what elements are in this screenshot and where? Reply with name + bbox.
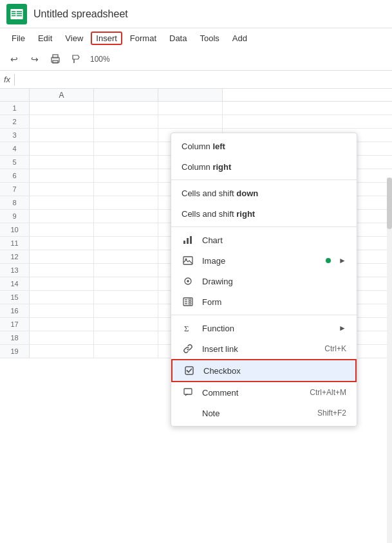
formula-bar: fx (0, 71, 392, 89)
divider-3 (171, 315, 357, 315)
paint-format-button[interactable] (67, 50, 85, 68)
app-icon (6, 4, 27, 24)
divider-1 (171, 179, 357, 180)
menu-item-note[interactable]: Note Shift+F2 (171, 403, 357, 423)
print-button[interactable] (46, 50, 64, 68)
note-shortcut: Shift+F2 (317, 409, 346, 418)
note-icon (182, 407, 194, 419)
menu-add[interactable]: Add (227, 32, 252, 45)
menu-item-drawing-label: Drawing (202, 277, 346, 286)
menu-data[interactable]: Data (164, 32, 192, 45)
function-icon: Σ (182, 322, 194, 335)
menu-item-chart[interactable]: Chart (171, 230, 357, 250)
checkbox-icon (183, 364, 196, 377)
menu-item-comment-label: Comment (202, 388, 302, 398)
toolbar: ↩ ↪ 100% (0, 48, 392, 71)
menu-item-note-label: Note (202, 409, 310, 418)
menu-edit[interactable]: Edit (33, 32, 57, 45)
svg-rect-5 (17, 11, 22, 12)
redo-button[interactable]: ↪ (26, 50, 44, 68)
undo-button[interactable]: ↩ (5, 50, 23, 68)
menu-item-form-label: Form (202, 297, 346, 307)
menu-item-insert-link[interactable]: Insert link Ctrl+K (171, 338, 357, 359)
svg-rect-2 (12, 11, 15, 12)
menu-item-insert-link-label: Insert link (202, 344, 317, 354)
menu-item-checkbox[interactable]: Checkbox (171, 359, 357, 382)
paint-format-icon (71, 54, 81, 64)
svg-rect-12 (183, 241, 185, 244)
svg-rect-10 (53, 60, 58, 63)
svg-rect-15 (183, 257, 192, 264)
spreadsheet: A 1 2 3 4 5 6 7 8 9 10 11 12 13 14 15 16… (0, 89, 392, 358)
menu-item-comment[interactable]: Comment Ctrl+Alt+M (171, 382, 357, 403)
row-num-header (0, 89, 30, 101)
print-icon (50, 54, 61, 64)
formula-label: fx (4, 75, 10, 84)
vertical-scrollbar[interactable] (387, 178, 392, 543)
insert-dropdown-menu: Column left Column right Cells and shift… (171, 133, 357, 427)
menu-item-function-label: Function (202, 324, 331, 333)
menu-file[interactable]: File (6, 32, 30, 45)
menu-item-function[interactable]: Σ Function ► (171, 318, 357, 338)
form-icon (182, 295, 194, 308)
link-icon (182, 342, 194, 355)
formula-divider (14, 74, 15, 86)
function-submenu-arrow: ► (339, 324, 346, 333)
column-headers: A (0, 89, 392, 102)
drawing-icon (182, 275, 194, 288)
image-new-dot (326, 258, 331, 263)
table-row: 1 (0, 102, 392, 115)
top-bar: Untitled spreadsheet (0, 0, 392, 28)
menu-item-checkbox-label: Checkbox (203, 366, 345, 376)
menu-item-column-right[interactable]: Column right (171, 156, 357, 177)
menu-view[interactable]: View (60, 32, 88, 45)
svg-rect-22 (189, 301, 191, 302)
svg-rect-14 (190, 236, 192, 244)
svg-rect-27 (184, 389, 192, 394)
menu-item-column-right-label: Column right (182, 162, 346, 172)
menu-bar: File Edit View Insert Format Data Tools … (0, 28, 392, 48)
menu-item-cells-shift-down[interactable]: Cells and shift down (171, 183, 357, 203)
menu-item-image-label: Image (202, 256, 318, 266)
menu-item-cells-shift-right[interactable]: Cells and shift right (171, 203, 357, 224)
svg-rect-4 (12, 15, 15, 16)
divider-2 (171, 226, 357, 227)
menu-item-cells-shift-down-label: Cells and shift down (182, 189, 346, 198)
svg-rect-7 (17, 15, 22, 16)
image-submenu-arrow: ► (339, 256, 346, 265)
menu-item-form[interactable]: Form (171, 291, 357, 312)
zoom-level[interactable]: 100% (88, 55, 113, 64)
svg-rect-6 (17, 13, 22, 14)
menu-item-image[interactable]: Image ► (171, 250, 357, 271)
col-header-b (94, 89, 158, 101)
scrollbar-thumb[interactable] (387, 178, 392, 229)
col-header-c (158, 89, 223, 101)
svg-rect-13 (187, 238, 189, 244)
chart-icon (182, 234, 194, 246)
menu-item-cells-shift-right-label: Cells and shift right (182, 209, 346, 219)
image-icon (182, 254, 194, 267)
menu-item-column-left-label: Column left (182, 142, 346, 151)
table-row: 2 (0, 115, 392, 129)
comment-shortcut: Ctrl+Alt+M (310, 388, 346, 397)
svg-rect-20 (189, 299, 191, 300)
svg-text:Σ: Σ (184, 324, 189, 333)
menu-item-drawing[interactable]: Drawing (171, 271, 357, 291)
menu-item-column-left[interactable]: Column left (171, 136, 357, 156)
menu-insert[interactable]: Insert (91, 32, 122, 45)
comment-icon (182, 386, 194, 399)
col-header-a: A (30, 89, 94, 101)
menu-item-chart-label: Chart (202, 235, 346, 245)
svg-rect-24 (189, 303, 191, 304)
insert-link-shortcut: Ctrl+K (324, 344, 346, 353)
menu-format[interactable]: Format (125, 32, 162, 45)
menu-tools[interactable]: Tools (194, 32, 224, 45)
svg-rect-3 (12, 13, 15, 14)
app-title: Untitled spreadsheet (33, 8, 128, 20)
